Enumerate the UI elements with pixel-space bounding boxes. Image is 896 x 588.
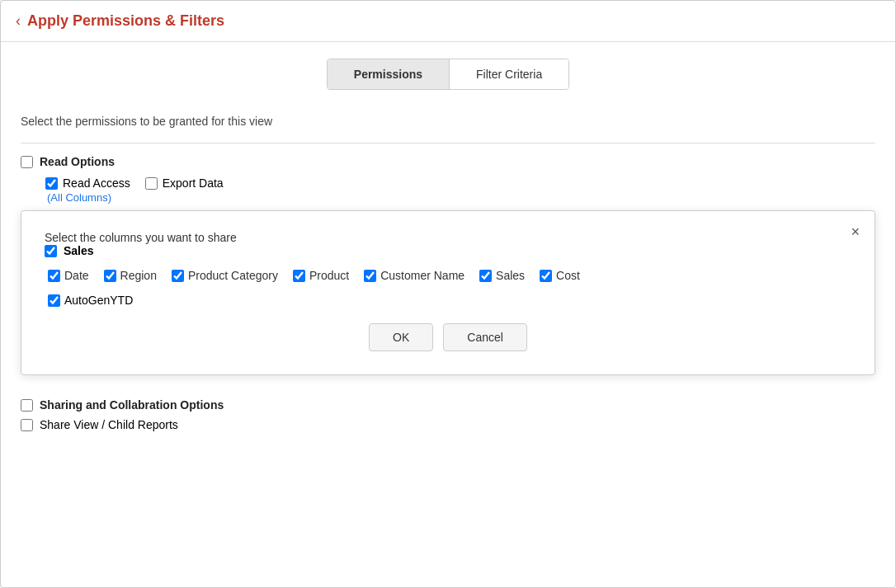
col-product-label: Product (309, 269, 349, 282)
read-options-checkbox[interactable] (21, 156, 33, 168)
header: ‹ Apply Permissions & Filters (1, 1, 895, 42)
modal-actions: OK Cancel (45, 323, 851, 351)
modal-close-button[interactable]: × (851, 224, 860, 239)
sales-checkbox[interactable] (45, 245, 57, 257)
tab-filter-criteria[interactable]: Filter Criteria (450, 59, 568, 89)
col-product-category-label: Product Category (188, 269, 278, 282)
columns-modal: Select the columns you want to share × S… (21, 210, 875, 375)
export-data-row: Export Data (145, 176, 224, 190)
read-access-row: Read Access (45, 176, 130, 190)
col-cost-label: Cost (556, 269, 580, 282)
col-sales: Sales (479, 269, 525, 282)
col-product-category: Product Category (172, 269, 278, 282)
sharing-section: Sharing and Collabration Options Share V… (21, 398, 875, 431)
read-access-label: Read Access (63, 176, 130, 190)
col-date: Date (48, 269, 89, 282)
read-access-checkbox[interactable] (45, 177, 58, 190)
subtitle-text: Select the permissions to be granted for… (21, 115, 875, 128)
sharing-header: Sharing and Collabration Options (21, 398, 875, 412)
all-columns-link[interactable]: (All Columns) (47, 191, 130, 204)
col-cost: Cost (540, 269, 580, 282)
tabs-container: Permissions Filter Criteria (1, 42, 895, 98)
share-view-checkbox[interactable] (21, 419, 33, 431)
col-sales-label: Sales (496, 269, 525, 282)
cancel-button[interactable]: Cancel (443, 323, 527, 351)
read-access-group: Read Access (All Columns) (45, 176, 130, 204)
col-sales-checkbox[interactable] (479, 270, 492, 282)
ok-button[interactable]: OK (369, 323, 433, 351)
col-cost-checkbox[interactable] (540, 270, 552, 282)
autogen-label: AutoGenYTD (64, 294, 133, 307)
sharing-label: Sharing and Collabration Options (40, 398, 224, 412)
divider (21, 143, 875, 143)
share-view-label: Share View / Child Reports (40, 418, 178, 431)
tab-permissions[interactable]: Permissions (328, 59, 450, 89)
columns-row: Date Region Product Category Product (48, 269, 851, 282)
col-product-checkbox[interactable] (293, 270, 305, 282)
modal-wrapper: Select the columns you want to share × S… (21, 210, 875, 375)
main-window: ‹ Apply Permissions & Filters Permission… (0, 0, 896, 588)
sales-section-header: Sales (45, 244, 851, 257)
read-options-label: Read Options (40, 155, 115, 168)
sales-label: Sales (64, 244, 94, 257)
back-button[interactable]: ‹ (16, 12, 21, 30)
sharing-checkbox[interactable] (21, 399, 33, 412)
col-product: Product (293, 269, 349, 282)
col-region-label: Region (120, 269, 157, 282)
export-data-label: Export Data (163, 176, 224, 190)
page-title: Apply Permissions & Filters (27, 12, 224, 30)
tabs: Permissions Filter Criteria (327, 59, 569, 90)
col-customer-name-checkbox[interactable] (364, 270, 376, 282)
export-data-checkbox[interactable] (145, 177, 158, 190)
autogen-row: AutoGenYTD (48, 294, 851, 307)
col-customer-name-label: Customer Name (380, 269, 465, 282)
read-options-section: Read Options (21, 155, 875, 168)
read-access-export-row: Read Access (All Columns) Export Data (45, 176, 875, 204)
col-region: Region (104, 269, 157, 282)
col-date-label: Date (64, 269, 89, 282)
autogen-checkbox[interactable] (48, 294, 60, 307)
col-region-checkbox[interactable] (104, 270, 116, 282)
col-customer-name: Customer Name (364, 269, 465, 282)
content-area: Select the permissions to be granted for… (1, 98, 895, 587)
modal-title: Select the columns you want to share (45, 231, 237, 244)
col-product-category-checkbox[interactable] (172, 270, 184, 282)
share-view-row: Share View / Child Reports (21, 418, 875, 431)
col-date-checkbox[interactable] (48, 270, 60, 282)
